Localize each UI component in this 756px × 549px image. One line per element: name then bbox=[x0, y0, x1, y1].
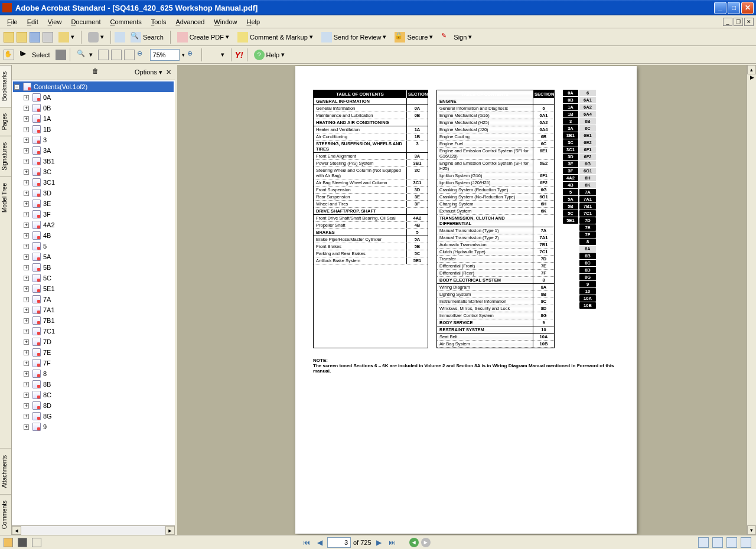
folder-icon[interactable] bbox=[17, 32, 27, 43]
bookmark-item[interactable]: +5A bbox=[13, 251, 174, 262]
bookmark-item[interactable]: +7F bbox=[13, 358, 174, 368]
menu-file[interactable]: File bbox=[2, 17, 22, 27]
maximize-button[interactable]: □ bbox=[728, 2, 740, 14]
menu-document[interactable]: Document bbox=[66, 17, 105, 27]
menu-edit[interactable]: Edit bbox=[22, 17, 43, 27]
bookmark-item[interactable]: +8G bbox=[13, 411, 174, 421]
bookmark-item[interactable]: +8B bbox=[13, 379, 174, 390]
close-pane-icon[interactable]: ✕ bbox=[166, 68, 171, 76]
bookmark-item[interactable]: +3C bbox=[13, 166, 174, 177]
status-icon-2[interactable] bbox=[18, 538, 27, 547]
nav-fwd-button[interactable]: ► bbox=[421, 538, 431, 547]
bookmark-item[interactable]: +1B bbox=[13, 124, 174, 135]
bookmark-item[interactable]: +3D bbox=[13, 188, 174, 198]
menu-window[interactable]: Window bbox=[209, 17, 242, 27]
minimize-button[interactable]: _ bbox=[714, 2, 726, 14]
status-icon-1[interactable] bbox=[4, 538, 13, 547]
doc-restore-button[interactable]: ❐ bbox=[734, 18, 743, 26]
bookmark-item[interactable]: +8D bbox=[13, 400, 174, 411]
organizer-button[interactable]: ▾ bbox=[56, 30, 77, 44]
open-icon[interactable] bbox=[4, 32, 14, 43]
bookmark-item[interactable]: +9 bbox=[13, 421, 174, 432]
menu-comments[interactable]: Comments bbox=[106, 17, 146, 27]
tab-signatures[interactable]: Signatures bbox=[0, 136, 11, 177]
continuous-facing-view[interactable] bbox=[741, 537, 751, 548]
tab-comments[interactable]: Comments bbox=[0, 494, 11, 535]
options-menu[interactable]: Options ▾ bbox=[135, 68, 162, 76]
bookmark-item[interactable]: +8 bbox=[13, 368, 174, 379]
tab-pages[interactable]: Pages bbox=[0, 107, 11, 136]
delete-bookmark-icon[interactable]: 🗑 bbox=[92, 67, 103, 78]
document-area[interactable]: TABLE OF CONTENTSSECTION GENERAL INFORMA… bbox=[177, 65, 756, 535]
menu-help[interactable]: Help bbox=[242, 17, 265, 27]
zoom-in-tool[interactable]: 🔍▾ bbox=[74, 48, 96, 62]
expand-bookmark-icon[interactable] bbox=[120, 67, 131, 78]
nav-back-button[interactable]: ◄ bbox=[409, 538, 419, 547]
bookmarks-h-scrollbar[interactable]: ◄► bbox=[12, 525, 175, 535]
tab-attachments[interactable]: Attachments bbox=[0, 449, 11, 494]
bookmark-item[interactable]: +3F bbox=[13, 209, 174, 220]
bookmark-item[interactable]: +3C1 bbox=[13, 177, 174, 188]
zoom-input[interactable] bbox=[150, 49, 180, 61]
bookmark-item[interactable]: +0A bbox=[13, 92, 174, 103]
title-bar[interactable]: Adobe Acrobat Standard - [SQ416_420_625 … bbox=[0, 0, 756, 15]
bookmark-item[interactable]: +5C bbox=[13, 273, 174, 283]
bookmark-item[interactable]: +8C bbox=[13, 390, 174, 400]
send-review-button[interactable]: Send for Review ▾ bbox=[318, 30, 390, 44]
facing-view[interactable] bbox=[726, 537, 737, 548]
select-tool-button[interactable]: I▶Select bbox=[17, 48, 53, 62]
bookmark-item[interactable]: +3 bbox=[13, 135, 174, 145]
close-button[interactable]: ✕ bbox=[741, 2, 754, 14]
rotate-button[interactable]: ▾ bbox=[206, 48, 227, 62]
bookmark-item[interactable]: +7A1 bbox=[13, 305, 174, 315]
document-v-scrollbar[interactable]: ▴ ▶ ▾ bbox=[747, 65, 756, 535]
new-bookmark-icon[interactable] bbox=[106, 67, 117, 78]
save-icon[interactable] bbox=[30, 32, 40, 43]
sign-button[interactable]: ✎Sign ▾ bbox=[438, 30, 475, 44]
bookmark-item[interactable]: +0B bbox=[13, 103, 174, 113]
snapshot-icon[interactable] bbox=[56, 50, 66, 60]
bookmark-item[interactable]: +4B bbox=[13, 230, 174, 241]
menu-view[interactable]: View bbox=[43, 17, 67, 27]
comment-markup-button[interactable]: Comment & Markup ▾ bbox=[234, 30, 316, 44]
first-page-button[interactable]: ⏮ bbox=[301, 537, 312, 548]
fit-width-icon[interactable] bbox=[111, 50, 122, 60]
attach-button[interactable]: ▾ bbox=[85, 30, 107, 44]
doc-close-button[interactable]: ✕ bbox=[744, 18, 754, 26]
doc-minimize-button[interactable]: _ bbox=[723, 18, 732, 26]
bookmark-item[interactable]: +3E bbox=[13, 198, 174, 209]
yahoo-icon[interactable]: Y! bbox=[235, 50, 243, 60]
email-icon[interactable] bbox=[115, 32, 125, 43]
print-icon[interactable] bbox=[43, 32, 53, 43]
menu-advanced[interactable]: Advanced bbox=[171, 17, 209, 27]
bookmark-item[interactable]: +7B1 bbox=[13, 315, 174, 326]
help-button[interactable]: ?Help ▾ bbox=[251, 48, 288, 62]
prev-page-button[interactable]: ◀ bbox=[314, 537, 325, 548]
status-icon-3[interactable] bbox=[32, 538, 41, 547]
bookmark-item[interactable]: +5 bbox=[13, 241, 174, 251]
tab-bookmarks[interactable]: Bookmarks bbox=[0, 65, 11, 107]
single-page-view[interactable] bbox=[698, 537, 709, 548]
bookmark-item[interactable]: +5E1 bbox=[13, 283, 174, 294]
next-page-button[interactable]: ▶ bbox=[374, 537, 384, 548]
bookmarks-tree[interactable]: −Contents(Vol.1of2)+0A+0B+1A+1B+3+3A+3B1… bbox=[12, 80, 175, 525]
bookmark-item[interactable]: +5B bbox=[13, 262, 174, 273]
tab-model-tree[interactable]: Model Tree bbox=[0, 177, 11, 218]
create-pdf-button[interactable]: Create PDF ▾ bbox=[174, 30, 232, 44]
bookmark-item[interactable]: +7C1 bbox=[13, 326, 174, 336]
bookmark-item[interactable]: +7E bbox=[13, 347, 174, 358]
zoom-in-icon[interactable]: ⊕ bbox=[187, 50, 198, 60]
bookmark-item[interactable]: +3B1 bbox=[13, 156, 174, 166]
menu-tools[interactable]: Tools bbox=[146, 17, 171, 27]
bookmark-item[interactable]: +1A bbox=[13, 113, 174, 124]
fit-page-icon[interactable] bbox=[98, 50, 109, 60]
hand-tool-icon[interactable]: ✋ bbox=[4, 50, 14, 60]
search-button[interactable]: 🔍Search bbox=[128, 30, 167, 44]
bookmark-item[interactable]: +4A2 bbox=[13, 220, 174, 230]
zoom-out-icon[interactable]: ⊖ bbox=[137, 50, 148, 60]
fit-visible-icon[interactable] bbox=[124, 50, 135, 60]
secure-button[interactable]: 🔒Secure ▾ bbox=[392, 30, 436, 44]
continuous-view[interactable] bbox=[712, 537, 723, 548]
bookmark-item[interactable]: +7A bbox=[13, 294, 174, 305]
bookmark-root[interactable]: −Contents(Vol.1of2) bbox=[13, 81, 174, 92]
